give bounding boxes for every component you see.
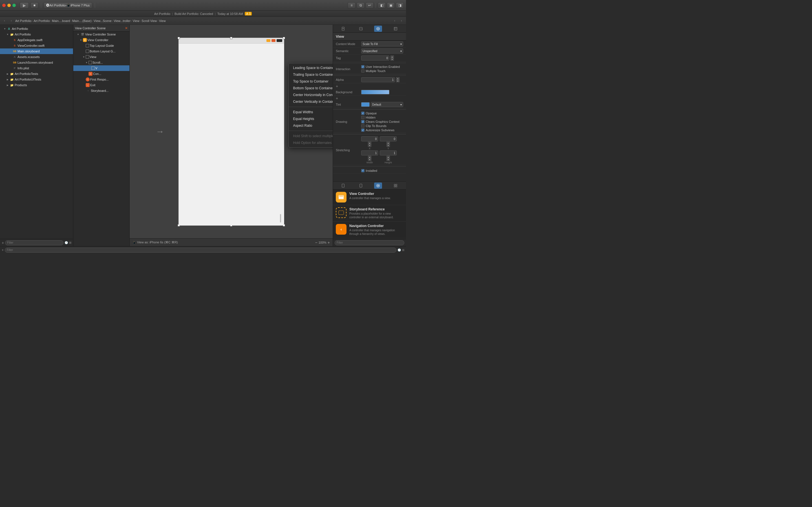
- inspector-tab-quick[interactable]: ?: [357, 25, 365, 32]
- inspector-tab-file[interactable]: [340, 25, 347, 32]
- multiple-touch-checkbox[interactable]: [361, 69, 364, 73]
- background-color-swatch[interactable]: [361, 90, 389, 94]
- stretch-width-input[interactable]: [361, 151, 378, 156]
- tree-item-project[interactable]: ▼ A Art Portfolio: [0, 26, 73, 32]
- handle-t[interactable]: [230, 37, 232, 39]
- tag-stepper[interactable]: ▲ ▼: [391, 55, 394, 61]
- handle-tl[interactable]: [177, 37, 180, 39]
- toggle-uitests[interactable]: ▶: [6, 77, 10, 81]
- inspector-tab-size[interactable]: [392, 25, 400, 32]
- nav-jump-next[interactable]: ›: [399, 18, 404, 23]
- recent-files-btn[interactable]: 🕐: [64, 241, 68, 244]
- tree-item-launchscreen[interactable]: SB LaunchScreen.storyboard: [0, 60, 73, 65]
- hidden-checkbox[interactable]: [361, 116, 364, 119]
- alpha-stepper[interactable]: ▲ ▼: [396, 77, 400, 82]
- tint-select[interactable]: Default ▾: [371, 102, 403, 107]
- stretch-height-input[interactable]: [380, 151, 397, 156]
- alpha-up-btn[interactable]: ▲: [396, 77, 400, 80]
- tree-item-viewcontroller[interactable]: S ViewController.swift: [0, 43, 73, 48]
- breadcrumb-3[interactable]: Main....board: [52, 19, 70, 22]
- stop-button[interactable]: ■: [31, 2, 38, 8]
- stretch-y-stepper[interactable]: ▲ ▼: [387, 142, 390, 147]
- stretch-y-input[interactable]: [380, 136, 397, 142]
- tree-item-mainstoryboard[interactable]: SB Main.storyboard: [0, 48, 73, 54]
- autoresize-checkbox[interactable]: ✓: [361, 128, 364, 132]
- outline-item-top-guide[interactable]: Top Layout Guide: [73, 43, 130, 48]
- zoom-in-btn[interactable]: +: [327, 240, 330, 245]
- breadcrumb-7[interactable]: View: [133, 19, 140, 22]
- nav-forward-btn[interactable]: ›: [8, 18, 14, 23]
- tree-item-appdelegate[interactable]: S AppDelegate.swift: [0, 37, 73, 43]
- lib-item-view-controller[interactable]: View Controller A controller that manage…: [333, 189, 406, 205]
- opaque-checkbox[interactable]: ✓: [361, 112, 364, 115]
- tag-input[interactable]: [361, 55, 389, 61]
- menu-item-leading[interactable]: Leading Space to Container: [289, 64, 333, 71]
- installed-checkbox[interactable]: ✓: [361, 169, 364, 172]
- outline-item-exit[interactable]: ← Exit: [73, 82, 130, 88]
- tree-item-infoplist[interactable]: P Info.plist: [0, 65, 73, 71]
- handle-tr[interactable]: [283, 37, 285, 39]
- add-constraint-btn[interactable]: +: [2, 248, 4, 252]
- menu-item-center-h[interactable]: Center Horizontally in Container: [289, 92, 333, 98]
- sidebar-filter-input[interactable]: [5, 240, 63, 245]
- clears-graphics-checkbox[interactable]: ✓: [361, 120, 364, 123]
- menu-item-trailing[interactable]: Trailing Space to Container: [289, 71, 333, 78]
- nav-back-btn[interactable]: ‹: [2, 18, 7, 23]
- breadcrumb-2[interactable]: Art Portfolio: [34, 19, 50, 22]
- outline-item-bottom-guide[interactable]: Bottom Layout G...: [73, 48, 130, 54]
- user-interaction-checkbox[interactable]: ✓: [361, 65, 364, 68]
- outline-item-v[interactable]: V: [73, 65, 130, 71]
- tree-item-assets[interactable]: A Assets.xcassets: [0, 54, 73, 60]
- semantic-select[interactable]: Unspecified ▾: [361, 48, 403, 54]
- hide-navigator-btn[interactable]: ◧: [378, 2, 386, 8]
- tint-color-swatch[interactable]: [361, 102, 370, 107]
- scheme-selector[interactable]: 🅐 Art Portfolio › 📱 iPhone 7 Plus: [44, 2, 92, 8]
- breadcrumb-1[interactable]: Art Portfolio: [15, 19, 31, 22]
- sidebar-options-btn[interactable]: ⊞: [69, 241, 71, 244]
- menu-item-bottom[interactable]: Bottom Space to Container: [289, 85, 333, 92]
- stretch-w-stepper[interactable]: ▲ ▼: [368, 156, 371, 161]
- breadcrumb-6[interactable]: View...troller: [114, 19, 131, 22]
- outline-item-scrollview[interactable]: ▼ Scroll...: [73, 60, 130, 65]
- tree-item-art-portfolio[interactable]: ▼ 📁 Art Portfolio: [0, 32, 73, 37]
- breadcrumb-8[interactable]: Scroll View: [142, 19, 157, 22]
- outline-close-btn[interactable]: ✕: [125, 26, 128, 30]
- run-button[interactable]: ▶: [20, 2, 29, 8]
- close-button[interactable]: [2, 4, 6, 7]
- menu-item-aspect-ratio[interactable]: Aspect Ratio: [289, 122, 333, 129]
- stretch-x-stepper[interactable]: ▲ ▼: [368, 142, 371, 147]
- tag-up-btn[interactable]: ▲: [391, 55, 394, 58]
- menu-item-top[interactable]: Top Space to Container: [289, 78, 333, 85]
- outline-item-scene[interactable]: ▼ 🎬 View Controller Scene: [73, 32, 130, 37]
- lib-tab-grid[interactable]: [392, 182, 400, 189]
- minimize-button[interactable]: [7, 4, 11, 7]
- menu-item-equal-heights[interactable]: Equal Heights: [289, 115, 333, 122]
- hide-debug-btn[interactable]: ▣: [387, 2, 395, 8]
- tree-item-uitests[interactable]: ▶ 📁 Art PortfolioUITests: [0, 76, 73, 82]
- alpha-input[interactable]: [361, 77, 395, 82]
- menu-item-center-v[interactable]: Center Vertically in Container: [289, 98, 333, 105]
- lib-tab-file[interactable]: [340, 182, 347, 189]
- alpha-down-btn[interactable]: ▼: [396, 80, 400, 82]
- lib-item-storyboard-ref[interactable]: Storyboard Reference Provides a placehol…: [333, 205, 406, 222]
- library-filter-input[interactable]: [335, 240, 404, 245]
- bottom-grid-options[interactable]: ⊞: [402, 248, 404, 251]
- lib-item-nav-controller[interactable]: ‹ Navigation Controller A controller tha…: [333, 222, 406, 238]
- iphone-body[interactable]: [179, 44, 284, 225]
- breadcrumb-9[interactable]: View: [159, 19, 166, 22]
- nav-jump-prev[interactable]: ‹: [392, 18, 398, 23]
- lib-tab-target[interactable]: [374, 182, 382, 189]
- bg-plus-btn[interactable]: +: [336, 84, 338, 89]
- inspector-tab-attributes[interactable]: [374, 25, 382, 32]
- outline-item-view[interactable]: ▼ View: [73, 54, 130, 60]
- tint-plus-btn[interactable]: +: [336, 96, 338, 101]
- hide-inspector-btn[interactable]: ◨: [396, 2, 404, 8]
- bottom-filter-options[interactable]: 🕐: [398, 248, 401, 251]
- lib-tab-phone[interactable]: [357, 182, 365, 189]
- toggle-art-portfolio[interactable]: ▼: [6, 33, 10, 36]
- bottom-filter-input[interactable]: [5, 247, 396, 252]
- tree-item-tests[interactable]: ▶ 📁 Art PortfolioTests: [0, 71, 73, 76]
- clip-bounds-checkbox[interactable]: [361, 124, 364, 128]
- editor-standard-btn[interactable]: ≡: [348, 2, 356, 8]
- breadcrumb-4[interactable]: Main....(Base): [72, 19, 91, 22]
